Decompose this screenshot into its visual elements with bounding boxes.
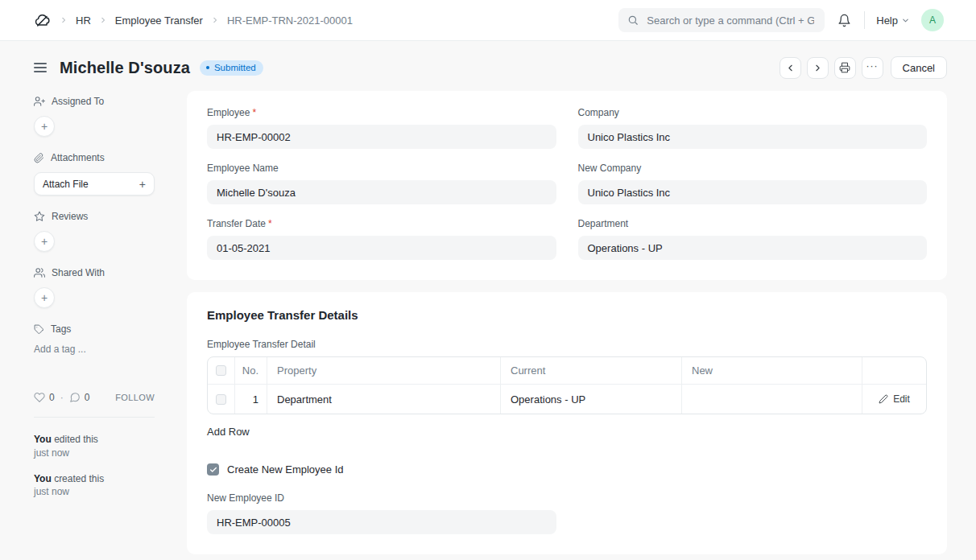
- comments-button[interactable]: 0: [69, 392, 90, 403]
- global-search[interactable]: [618, 8, 825, 32]
- activity-action: edited this: [54, 434, 98, 445]
- new-employee-id-input[interactable]: HR-EMP-00005: [207, 510, 556, 534]
- form-body: Employee * HR-EMP-00002 Company Unico Pl…: [187, 91, 947, 554]
- field-department: Department Operations - UP: [578, 218, 928, 260]
- navbar-divider: [864, 11, 865, 29]
- select-all-checkbox[interactable]: [216, 365, 226, 376]
- field-company: Company Unico Plastics Inc: [578, 107, 928, 149]
- help-menu[interactable]: Help: [876, 14, 910, 27]
- activity-time: just now: [34, 447, 155, 460]
- like-button[interactable]: 0: [34, 392, 55, 403]
- activity-entry: You edited this just now: [34, 433, 155, 460]
- chevron-right-icon: [59, 15, 68, 25]
- add-tag-input[interactable]: Add a tag ...: [34, 343, 86, 355]
- attachments-label: Attachments: [51, 152, 105, 163]
- tags-section: Tags Add a tag ...: [34, 323, 155, 355]
- field-employee: Employee * HR-EMP-00002: [207, 107, 556, 149]
- navbar-right: Help A: [618, 8, 944, 32]
- star-icon: [34, 211, 45, 222]
- new-company-input[interactable]: Unico Plastics Inc: [578, 180, 928, 204]
- add-share-button[interactable]: +: [34, 287, 55, 308]
- row-number-cell: 1: [235, 385, 267, 414]
- column-current: Current: [501, 357, 682, 385]
- document-stats: 0 · 0 FOLLOW: [34, 392, 155, 403]
- create-new-employee-id-checkbox[interactable]: [207, 463, 219, 476]
- comment-icon: [69, 392, 81, 403]
- row-new-cell[interactable]: [682, 385, 862, 414]
- field-new-employee-id: New Employee ID HR-EMP-00005: [207, 492, 556, 534]
- app-logo[interactable]: [34, 11, 52, 29]
- page-head: Michelle D'souza Submitted ··· Cancel: [0, 41, 976, 91]
- page-title: Michelle D'souza: [60, 59, 190, 77]
- next-document-button[interactable]: [807, 57, 829, 79]
- heart-icon: [34, 392, 45, 403]
- add-assignment-button[interactable]: +: [34, 116, 55, 137]
- status-badge: Submitted: [200, 60, 263, 76]
- pencil-icon: [879, 394, 888, 404]
- row-checkbox[interactable]: [216, 394, 226, 405]
- transfer-date-input[interactable]: 01-05-2021: [207, 236, 556, 260]
- cancel-button[interactable]: Cancel: [891, 56, 947, 79]
- employee-input[interactable]: HR-EMP-00002: [207, 125, 556, 149]
- activity-time: just now: [34, 485, 155, 499]
- row-current-cell[interactable]: Operations - UP: [501, 385, 682, 414]
- column-no: No.: [235, 357, 267, 385]
- assigned-to-section: Assigned To +: [34, 96, 155, 137]
- status-label: Submitted: [214, 63, 256, 72]
- printer-icon: [839, 62, 850, 73]
- form-sidebar: Assigned To + Attachments Attach File +: [34, 91, 155, 511]
- select-all-cell: [208, 357, 235, 385]
- paperclip-icon: [34, 153, 44, 163]
- chevron-right-icon: [210, 15, 220, 25]
- breadcrumb-current-doc: HR-EMP-TRN-2021-00001: [227, 14, 353, 27]
- add-review-button[interactable]: +: [34, 231, 55, 252]
- shared-with-section: Shared With +: [34, 267, 155, 308]
- department-label: Department: [578, 218, 629, 229]
- department-input[interactable]: Operations - UP: [578, 236, 928, 260]
- transfer-date-label: Transfer Date: [207, 218, 266, 229]
- check-icon: [209, 466, 217, 474]
- activity-action: created this: [54, 473, 104, 484]
- add-row-button[interactable]: Add Row: [207, 426, 250, 438]
- create-new-employee-id-field: Create New Employee Id: [207, 463, 927, 476]
- notifications-bell-icon[interactable]: [836, 12, 853, 29]
- new-employee-id-label: New Employee ID: [207, 492, 284, 504]
- shared-with-label: Shared With: [52, 267, 105, 278]
- assigned-to-label: Assigned To: [52, 96, 104, 107]
- previous-document-button[interactable]: [780, 57, 801, 79]
- reviews-section: Reviews +: [34, 211, 155, 252]
- transfer-details-card: Employee Transfer Details Employee Trans…: [187, 292, 947, 554]
- sidebar-divider: [34, 417, 155, 418]
- row-property-cell[interactable]: Department: [267, 385, 501, 414]
- breadcrumb: HR Employee Transfer HR-EMP-TRN-2021-000…: [34, 11, 353, 29]
- activity-actor: You: [34, 473, 52, 484]
- follow-button[interactable]: FOLLOW: [115, 393, 155, 402]
- attachments-section: Attachments Attach File +: [34, 152, 155, 196]
- tags-label: Tags: [51, 323, 71, 335]
- company-input[interactable]: Unico Plastics Inc: [578, 125, 928, 149]
- required-marker: *: [268, 218, 272, 229]
- table-label: Employee Transfer Detail: [207, 339, 927, 350]
- reviews-label: Reviews: [52, 211, 88, 222]
- attach-file-button[interactable]: Attach File +: [34, 172, 155, 196]
- print-button[interactable]: [834, 57, 856, 79]
- employee-label: Employee: [207, 107, 250, 118]
- tag-icon: [34, 324, 44, 335]
- frappe-cloud-icon: [34, 11, 52, 29]
- sidebar-toggle-icon[interactable]: [34, 61, 47, 74]
- edit-row-button[interactable]: Edit: [879, 393, 910, 405]
- create-new-employee-id-label: Create New Employee Id: [227, 463, 344, 476]
- users-icon: [34, 267, 45, 278]
- breadcrumb-hr[interactable]: HR: [76, 14, 91, 27]
- attach-file-label: Attach File: [43, 179, 89, 190]
- like-count: 0: [49, 392, 55, 403]
- column-actions: [862, 357, 926, 385]
- breadcrumb-employee-transfer[interactable]: Employee Transfer: [115, 14, 203, 27]
- activity-entry: You created this just now: [34, 472, 155, 500]
- user-avatar[interactable]: A: [921, 9, 944, 31]
- field-employee-name: Employee Name Michelle D'souza: [207, 163, 556, 204]
- menu-button[interactable]: ···: [862, 57, 883, 79]
- search-input[interactable]: [645, 14, 816, 27]
- employee-name-input[interactable]: Michelle D'souza: [207, 180, 556, 204]
- company-label: Company: [578, 107, 619, 118]
